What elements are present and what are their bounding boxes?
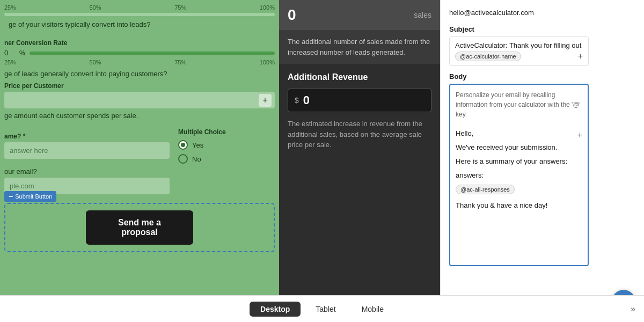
price-input-section: + xyxy=(0,92,279,108)
progress-section: 25% 50% 75% 100% ge of your visitors typ… xyxy=(0,0,279,35)
tablet-button[interactable]: Tablet xyxy=(305,302,346,317)
tooltip-desc: The additional number of sales made from… xyxy=(279,30,440,64)
bottom-bar: Desktop Tablet Mobile » xyxy=(0,295,644,322)
radio-no-label: No xyxy=(192,155,201,163)
desktop-button[interactable]: Desktop xyxy=(250,302,301,317)
slider-track-1[interactable] xyxy=(30,52,275,55)
radio-yes-dot xyxy=(181,143,185,147)
ar-desc: The estimated increase in revenue from t… xyxy=(288,119,431,150)
body-tag-pill: @ac-all-responses xyxy=(456,185,515,194)
question2-text: ge of leads generally convert into payin… xyxy=(0,70,279,78)
radio-yes-option[interactable]: Yes xyxy=(178,140,275,150)
name-input[interactable] xyxy=(4,142,170,159)
body-line-summary: Here is a summary of your answers: xyxy=(456,156,582,167)
field-label-1: ner Conversion Rate xyxy=(4,39,275,47)
body-line-closing: Thank you & have a nice day! xyxy=(456,200,582,211)
price-input-wrapper: + xyxy=(4,92,275,108)
ar-input: $ 0 xyxy=(288,89,431,112)
radio-no-option[interactable]: No xyxy=(178,154,275,164)
body-box[interactable]: Personalize your email by recalling info… xyxy=(449,84,589,266)
sp-label-50: 50% xyxy=(90,59,101,65)
subject-plus-icon[interactable]: + xyxy=(578,52,583,61)
conversion-rate-row: 0 % xyxy=(0,49,279,57)
body-line-answers: answers: xyxy=(456,170,582,181)
body-content: + Hello, We've received your submission.… xyxy=(456,128,582,212)
subject-tag-pill: @ac-calculator-name xyxy=(455,52,521,61)
subject-box[interactable]: ActiveCalculator: Thank you for filling … xyxy=(449,36,589,66)
tooltip-value: 0 xyxy=(288,6,296,24)
subject-text: ActiveCalculator: Thank you for filling … xyxy=(455,41,581,49)
tooltip-top: 0 sales xyxy=(279,0,440,30)
tooltip-box: 0 sales The additional number of sales m… xyxy=(279,0,440,64)
field-label-2: Price per Customer xyxy=(4,82,275,90)
slider-pct: % xyxy=(19,49,25,57)
name-field-label: ame? * xyxy=(4,133,165,140)
right-col: Multiple Choice Yes No xyxy=(178,128,275,194)
body-hint: Personalize your email by recalling info… xyxy=(456,90,582,119)
email-to-field: hello@activecalculator.com xyxy=(449,6,589,19)
results-panel: 0 sales The additional number of sales m… xyxy=(279,0,440,295)
mc-label: Multiple Choice xyxy=(178,128,275,136)
nav-arrow-icon[interactable]: » xyxy=(631,304,635,314)
ar-dollar-sign: $ xyxy=(295,96,299,105)
progress-label-25: 25% xyxy=(4,4,16,11)
sp-label-100: 100% xyxy=(260,59,275,65)
progress-label-75: 75% xyxy=(174,4,186,11)
submit-button[interactable]: Send me a proposal xyxy=(86,210,193,245)
radio-no-circle xyxy=(178,154,188,164)
radio-yes-circle xyxy=(178,140,188,150)
left-col: ame? * our email? xyxy=(4,128,170,194)
two-col-section: ame? * our email? Multiple Choice Yes No xyxy=(0,128,279,194)
submit-label-tag: − Submit Button xyxy=(4,191,56,202)
email-question-label: our email? xyxy=(4,167,170,175)
tooltip-unit: sales xyxy=(414,11,431,19)
ar-title: Additional Revenue xyxy=(288,72,431,82)
question3-text: ge amount each customer spends per sale. xyxy=(0,112,279,120)
minus-icon: − xyxy=(9,192,13,201)
email-settings-panel: hello@activecalculator.com Subject Activ… xyxy=(440,0,644,295)
ar-value: 0 xyxy=(303,93,310,107)
second-progress-labels: 25% 50% 75% 100% xyxy=(0,59,279,65)
price-plus-button[interactable]: + xyxy=(259,94,272,107)
price-input[interactable] xyxy=(4,92,275,108)
body-label: Body xyxy=(449,72,589,80)
email-to-value: hello@activecalculator.com xyxy=(449,6,589,19)
progress-label-50: 50% xyxy=(90,4,101,11)
sp-label-25: 25% xyxy=(4,59,16,65)
chat-bubble-button[interactable]: 💬 xyxy=(612,290,635,295)
email-settings-inner: hello@activecalculator.com Subject Activ… xyxy=(449,6,589,266)
calculator-form-panel: 25% 50% 75% 100% ge of your visitors typ… xyxy=(0,0,279,295)
subject-label: Subject xyxy=(449,25,589,33)
submit-button-area: Send me a proposal xyxy=(4,203,275,252)
progress-labels: 25% 50% 75% 100% xyxy=(4,4,275,11)
progress-bar xyxy=(4,13,275,16)
additional-revenue-section: Additional Revenue $ 0 The estimated inc… xyxy=(279,64,440,159)
sp-label-75: 75% xyxy=(174,59,186,65)
body-line-received: We've received your submission. xyxy=(456,142,582,153)
body-line-hello: Hello, xyxy=(456,128,582,140)
submit-tag-label: Submit Button xyxy=(15,193,52,200)
body-plus-icon[interactable]: + xyxy=(577,128,582,142)
radio-yes-label: Yes xyxy=(192,141,203,149)
question1-text: ge of your visitors typically convert in… xyxy=(4,20,275,28)
mobile-button[interactable]: Mobile xyxy=(351,302,394,317)
progress-label-100: 100% xyxy=(260,4,275,11)
slider-value-1: 0 xyxy=(4,49,15,57)
submit-section: − Submit Button Send me a proposal xyxy=(4,203,275,252)
